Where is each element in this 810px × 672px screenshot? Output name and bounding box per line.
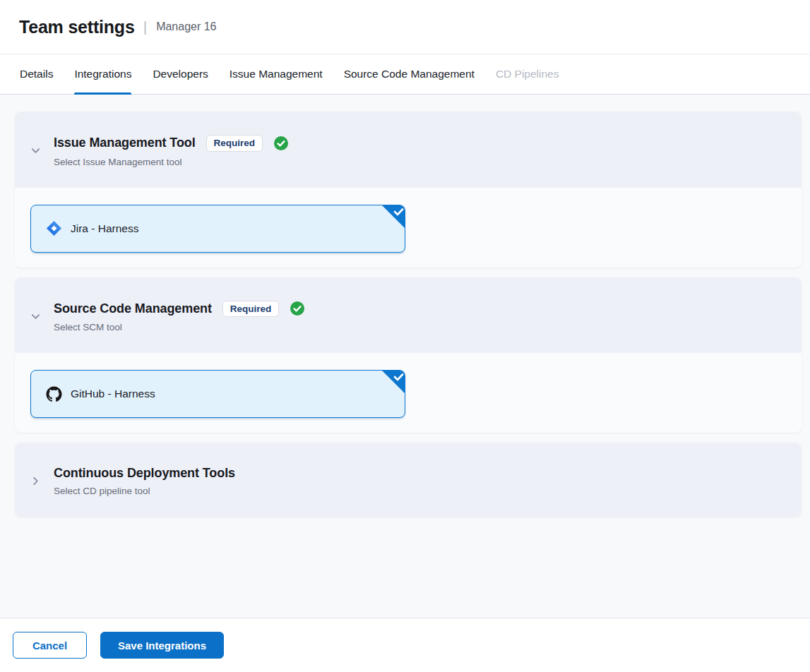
jira-icon [46, 220, 62, 236]
required-badge: Required [206, 135, 263, 152]
tab-details[interactable]: Details [20, 54, 53, 94]
tool-card-github[interactable]: GitHub - Harness [30, 370, 405, 418]
section-title: Source Code Management [54, 301, 212, 316]
title-separator: | [143, 18, 147, 35]
page-header: Team settings | Manager 16 [0, 0, 810, 54]
section-subtitle: Select SCM tool [54, 322, 304, 332]
selected-corner-check-icon [381, 205, 405, 229]
tool-card-jira[interactable]: Jira - Harness [30, 205, 405, 253]
section-issue-management-body: Jira - Harness [15, 188, 802, 268]
tab-bar: Details Integrations Developers Issue Ma… [0, 54, 810, 95]
section-source-code-management: Source Code Management Required Select S… [15, 277, 802, 433]
integrations-panel: Issue Management Tool Required Select Is… [0, 95, 810, 618]
tool-card-label: GitHub - Harness [71, 388, 155, 400]
section-continuous-deployment-header[interactable]: Continuous Deployment Tools Select CD pi… [15, 443, 802, 517]
selected-corner-check-icon [381, 370, 405, 395]
page-title: Team settings [19, 17, 135, 37]
section-subtitle: Select CD pipeline tool [54, 486, 235, 496]
check-circle-icon [290, 301, 304, 316]
section-subtitle: Select Issue Management tool [54, 157, 288, 167]
check-circle-icon [274, 136, 288, 150]
required-badge: Required [222, 301, 280, 318]
section-title: Continuous Deployment Tools [54, 466, 235, 481]
tab-source-code-management[interactable]: Source Code Management [344, 54, 475, 94]
tool-card-label: Jira - Harness [71, 222, 138, 235]
cancel-button[interactable]: Cancel [13, 632, 87, 659]
tab-integrations[interactable]: Integrations [74, 54, 131, 94]
tab-issue-management[interactable]: Issue Management [230, 54, 323, 94]
section-continuous-deployment: Continuous Deployment Tools Select CD pi… [15, 443, 802, 517]
section-issue-management: Issue Management Tool Required Select Is… [15, 112, 802, 268]
section-source-code-management-body: GitHub - Harness [15, 353, 802, 433]
tab-developers[interactable]: Developers [153, 54, 208, 94]
page-subtitle: Manager 16 [156, 20, 216, 33]
chevron-right-icon [30, 476, 41, 486]
save-integrations-button[interactable]: Save Integrations [100, 632, 224, 659]
github-icon [46, 386, 62, 402]
chevron-down-icon [30, 145, 41, 156]
tab-cd-pipelines: CD Pipelines [496, 54, 559, 94]
section-source-code-management-header[interactable]: Source Code Management Required Select S… [15, 277, 802, 354]
chevron-down-icon [30, 311, 41, 322]
section-issue-management-header[interactable]: Issue Management Tool Required Select Is… [15, 112, 802, 188]
action-footer: Cancel Save Integrations [0, 618, 810, 672]
section-title: Issue Management Tool [54, 136, 196, 150]
